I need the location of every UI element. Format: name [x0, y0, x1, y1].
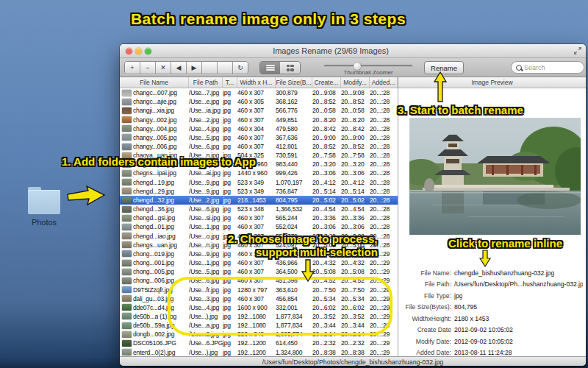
table-row[interactable]: changy...006.jpg /Use...6.jpg jpg 460 x …: [120, 142, 398, 151]
toolbar-button[interactable]: ◀: [171, 62, 187, 74]
list-icon: [266, 65, 275, 71]
cell-dimensions: 523 x 349: [237, 179, 276, 186]
toolbar-button[interactable]: ✕: [156, 62, 171, 74]
folder-label: Photos: [16, 218, 72, 227]
metadata-value: /Users/fun/Desktop/Ph...hushanzhuang-032…: [454, 280, 583, 288]
table-row[interactable]: chengd...32.jpg /Use...2.jpg jpg 218...1…: [120, 196, 398, 205]
step2-annotation-line2: support multi-selection: [256, 246, 378, 258]
metadata-label: WidthxHeight:: [398, 315, 451, 322]
column-header[interactable]: Added...: [370, 77, 398, 88]
toolbar: + − ✕ ◀ ▶ ↻: [120, 58, 586, 77]
cell-added-date: 20...:28: [370, 125, 398, 132]
zoomer-slider[interactable]: [324, 65, 412, 67]
cell-file-path: /Use...2.jpg: [189, 116, 223, 124]
cell-file-size: 412,801: [276, 143, 312, 150]
table-row[interactable]: changy...005.jpg /Use...5.jpg jpg 460 x …: [120, 133, 398, 142]
table-row[interactable]: chegns...ipai.jpg /Use...ai.jpg jpg 1440…: [120, 169, 398, 177]
cell-file-size: 368,162: [276, 98, 312, 105]
column-header[interactable]: Create...: [312, 77, 341, 88]
cell-file-path: /Use...e.jpg: [189, 98, 223, 105]
search-input[interactable]: Search: [511, 61, 584, 74]
metadata-value[interactable]: chengde_bishushanzhuang-032.jpg: [454, 269, 554, 277]
cell-type: jpg: [223, 134, 237, 141]
column-header[interactable]: File Name: [120, 77, 189, 88]
table-row[interactable]: chengd...gsi.jpg /Use...si.jpg jpg 460 x…: [120, 213, 398, 222]
grid-view-button[interactable]: [280, 62, 300, 74]
cell-modify-date: 20...8:38: [341, 349, 370, 356]
cell-create-date: 20...2:32: [312, 339, 341, 347]
cell-type: jpg: [223, 98, 237, 105]
cell-file-size: 804,795: [276, 197, 312, 204]
toolbar-button[interactable]: +: [125, 62, 140, 74]
cell-create-date: 20...4:32: [312, 259, 341, 266]
table-row[interactable]: chengd...01.jpg /Use...1.jpg jpg 460 x 3…: [120, 222, 398, 231]
list-view-button[interactable]: [260, 62, 280, 74]
cell-file-size: 566,776: [276, 107, 312, 114]
cell-create-date: 20...0:58: [312, 107, 341, 114]
slider-knob[interactable]: [354, 63, 361, 70]
cell-added-date: 20...:28: [370, 169, 398, 177]
cell-dimensions: 460 x 307: [237, 89, 276, 96]
cell-type: jpg: [223, 116, 237, 124]
table-row[interactable]: changc...007.jpg /Use...7.jpg jpg 460 x …: [120, 88, 398, 97]
cell-file-size: 449,851: [276, 116, 312, 124]
thumbnail-icon: [122, 170, 132, 177]
column-header[interactable]: Modify...: [341, 77, 370, 88]
cell-type: jpg: [223, 214, 237, 222]
column-header[interactable]: File Path: [189, 77, 223, 88]
cell-file-path: /Use...1.jpg: [189, 223, 223, 230]
column-header[interactable]: Width x H...: [237, 77, 276, 88]
thumbnail-icon: [122, 224, 132, 230]
cell-file-name: chong...001.jpg: [133, 259, 189, 266]
table-row[interactable]: changy...002.jpg /Use...2.jpg jpg 460 x …: [120, 115, 398, 124]
table-row[interactable]: enterd...0(2).jpg /Use...).jpg jpg 192..…: [120, 348, 398, 356]
toolbar-button[interactable]: [218, 62, 233, 74]
table-row[interactable]: chong...005.jpg /Use...5.jpg jpg 460 x 3…: [120, 267, 398, 276]
cell-file-size: 1,366,532: [276, 205, 312, 213]
cell-file-name: chengd...36.jpg: [133, 205, 189, 213]
cell-type: jpg: [223, 268, 237, 275]
metadata-row: File Size(Bytes): 804,795: [398, 302, 583, 314]
thumbnail-icon: [122, 250, 132, 257]
metadata-row: Added Date: 2013-08-11 11:24:28: [398, 347, 583, 359]
toolbar-button[interactable]: [202, 62, 218, 74]
table-row[interactable]: chong...001.jpg /Use...1.jpg jpg 460 x 3…: [120, 258, 398, 267]
table-row[interactable]: changji...xia.jpg /Use...ia.jpg jpg 460 …: [120, 106, 398, 115]
toolbar-button[interactable]: −: [140, 62, 156, 74]
step1-arrow-icon: [66, 185, 106, 206]
toolbar-button[interactable]: ▶: [187, 62, 202, 74]
cell-file-name: changji...xia.jpg: [133, 107, 189, 114]
cell-file-path: /Use...6.jpg: [189, 143, 223, 150]
cell-file-path: /Use...9.jpg: [189, 179, 223, 186]
table-row[interactable]: chengd...36.jpg /Use...6.jpg jpg 523 x 3…: [120, 205, 398, 213]
photos-folder[interactable]: Photos: [25, 185, 63, 230]
metadata-row: WidthxHeight: 2180 x 1453: [398, 313, 583, 325]
toolbar-button[interactable]: ↻: [233, 62, 248, 74]
cell-added-date: 20...:28: [370, 214, 398, 222]
cell-type: jpg: [223, 107, 237, 114]
cell-type: jpg: [223, 197, 237, 204]
thumbnail-icon: [122, 313, 132, 319]
table-row[interactable]: chengd...29.jpg /Use...9.jpg jpg 523 x 3…: [120, 187, 398, 196]
metadata-value: 804,795: [454, 303, 477, 311]
column-header[interactable]: File Size(B...: [276, 77, 312, 88]
table-row[interactable]: changy...004.jpg /Use...4.jpg jpg 460 x …: [120, 124, 398, 133]
cell-file-path: /Use...6.jpg: [189, 205, 223, 213]
cell-file-path: /Use...7.jpg: [189, 89, 223, 96]
table-row[interactable]: chengd...19.jpg /Use...9.jpg jpg 523 x 3…: [120, 178, 398, 187]
table-row[interactable]: changc...ajie.jpg /Use...e.jpg jpg 460 x…: [120, 97, 398, 106]
table-row[interactable]: DSC05106.JPG /Use...6.JPG jpg 192...1200…: [120, 339, 398, 347]
cell-added-date: 20...:29: [370, 349, 398, 356]
column-header[interactable]: T...: [223, 77, 237, 88]
cell-file-name: changy...005.jpg: [133, 134, 189, 141]
rename-inline-arrow-icon: [479, 250, 491, 267]
cell-create-date: 20...4:54: [312, 205, 341, 213]
cell-file-name: changc...007.jpg: [133, 89, 189, 96]
cell-dimensions: 460 x 307: [237, 107, 276, 114]
cell-create-date: 20...9:08: [312, 89, 341, 96]
cell-modify-date: 20...2:32: [341, 339, 370, 347]
thumbnail-icon: [122, 295, 132, 302]
titlebar[interactable]: Images Rename (29/69 Images): [120, 44, 586, 58]
cell-modify-date: 20...8:52: [341, 143, 370, 150]
fullscreen-icon[interactable]: [573, 46, 582, 55]
